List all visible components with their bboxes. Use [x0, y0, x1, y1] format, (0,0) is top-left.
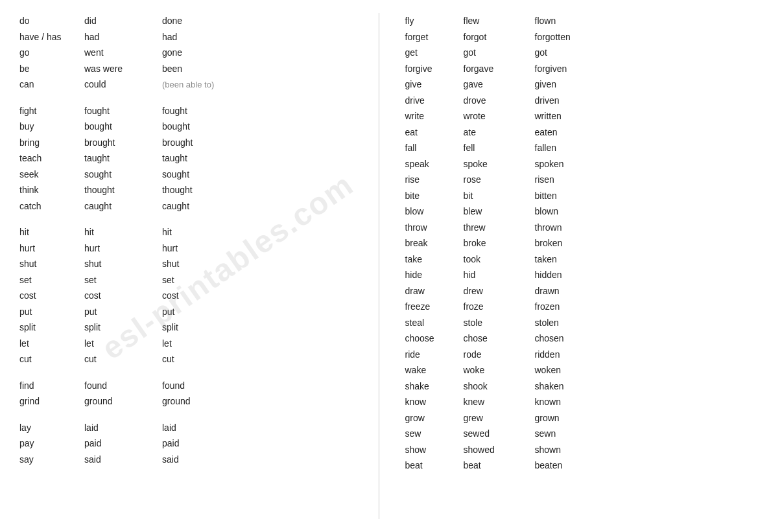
verb-base: catch [19, 198, 84, 214]
verb-base: pay [19, 435, 84, 452]
verb-pp: woken [535, 362, 613, 378]
page-container: dodiddonehave / hashadhadgowentgonebewas… [0, 0, 758, 532]
verb-base: fall [405, 140, 464, 156]
verb-past: flew [464, 13, 535, 29]
verb-past: taught [84, 150, 162, 167]
verb-pp: sewn [535, 426, 613, 442]
verb-pp: spoken [535, 156, 613, 172]
verb-past: woke [464, 362, 535, 378]
verb-pp: blown [535, 203, 613, 220]
verb-pp: taught [162, 150, 240, 167]
verb-past: broke [464, 235, 535, 251]
verb-base: shake [405, 378, 464, 395]
verb-pp: grown [535, 410, 613, 426]
verb-row: fallfellfallen [405, 140, 739, 156]
verb-past: set [84, 272, 162, 288]
verb-base: do [19, 13, 84, 29]
verb-row: givegavegiven [405, 76, 739, 93]
verb-row: catchcaughtcaught [19, 198, 366, 214]
verb-base: lay [19, 420, 84, 436]
verb-past: spoke [464, 156, 535, 172]
verb-row: teachtaughttaught [19, 150, 366, 167]
verb-base: drive [405, 93, 464, 109]
verb-pp: thrown [535, 220, 613, 236]
verb-pp: eaten [535, 124, 613, 141]
verb-pp: ground [162, 393, 240, 410]
verb-pp: stolen [535, 315, 613, 331]
verb-past: drove [464, 93, 535, 109]
verb-pp: shown [535, 442, 613, 458]
verb-row: flyflewflown [405, 13, 739, 29]
verb-pp: let [162, 336, 240, 352]
verb-row: bringbroughtbrought [19, 135, 366, 151]
verb-row: breakbrokebroken [405, 235, 739, 251]
verb-row: putputput [19, 304, 366, 320]
verb-past: gave [464, 76, 535, 93]
verb-past: chose [464, 330, 535, 347]
verb-past: drew [464, 283, 535, 299]
verb-past: fought [84, 103, 162, 119]
verb-pp: driven [535, 93, 613, 109]
verb-base: write [405, 108, 464, 124]
verb-row: choosechosechosen [405, 330, 739, 347]
verb-pp: fought [162, 103, 240, 119]
verb-pp: chosen [535, 330, 613, 347]
verb-pp: laid [162, 420, 240, 436]
verb-group-left-1: fightfoughtfoughtbuyboughtboughtbringbro… [19, 103, 366, 214]
verb-pp: cut [162, 351, 240, 367]
verb-base: teach [19, 150, 84, 167]
verb-group-right-0: flyflewflownforgetforgotforgottengetgotg… [405, 13, 739, 474]
verb-row: findfoundfound [19, 378, 366, 394]
verb-past: said [84, 452, 162, 468]
verb-past: grew [464, 410, 535, 426]
verb-base: break [405, 235, 464, 251]
verb-group-left-2: hithithithurthurthurtshutshutshutsetsets… [19, 224, 366, 367]
verb-row: growgrewgrown [405, 410, 739, 426]
verb-row: sewsewedsewn [405, 426, 739, 442]
verb-row: showshowedshown [405, 442, 739, 458]
verb-pp: known [535, 394, 613, 410]
verb-row: hithithit [19, 224, 366, 240]
verb-pp: been [162, 61, 240, 77]
verb-base: give [405, 76, 464, 93]
verb-base: get [405, 45, 464, 61]
verb-pp: sought [162, 167, 240, 183]
verb-past: sought [84, 167, 162, 183]
verb-base: blow [405, 203, 464, 220]
verb-pp: taken [535, 251, 613, 268]
verb-group-left-4: laylaidlaidpaypaidpaidsaysaidsaid [19, 420, 366, 468]
verb-row: letletlet [19, 336, 366, 352]
verb-row: writewrotewritten [405, 108, 739, 124]
verb-row: shutshutshut [19, 256, 366, 272]
verb-base: choose [405, 330, 464, 347]
verb-past: beat [464, 457, 535, 474]
verb-base: grind [19, 393, 84, 410]
verb-base: have / has [19, 29, 84, 45]
verb-row: cutcutcut [19, 351, 366, 367]
verb-row: bewas werebeen [19, 61, 366, 77]
verb-pp: put [162, 304, 240, 320]
verb-row: eatateeaten [405, 124, 739, 141]
verb-pp: paid [162, 435, 240, 452]
verb-pp: split [162, 319, 240, 336]
verb-past: rose [464, 172, 535, 188]
verb-past: ate [464, 124, 535, 141]
verb-pp: set [162, 272, 240, 288]
verb-base: rise [405, 172, 464, 188]
verb-base: sew [405, 426, 464, 442]
verb-past: put [84, 304, 162, 320]
verb-past: cut [84, 351, 162, 367]
verb-past: showed [464, 442, 535, 458]
verb-past: bought [84, 119, 162, 135]
verb-base: steal [405, 315, 464, 331]
verb-past: stole [464, 315, 535, 331]
verb-row: thinkthoughtthought [19, 182, 366, 198]
verb-pp: hurt [162, 240, 240, 257]
verb-row: seeksoughtsought [19, 167, 366, 183]
verb-base: set [19, 272, 84, 288]
verb-base: go [19, 45, 84, 61]
verb-base: buy [19, 119, 84, 135]
verb-row: blowblewblown [405, 203, 739, 220]
verb-past: hit [84, 224, 162, 240]
verb-row: drawdrewdrawn [405, 283, 739, 299]
